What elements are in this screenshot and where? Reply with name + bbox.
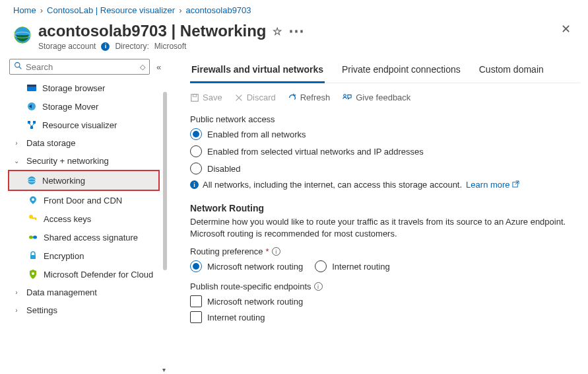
breadcrumb-home[interactable]: Home — [13, 5, 36, 15]
resource-type-label: Storage account — [38, 42, 96, 51]
save-button[interactable]: Save — [190, 93, 222, 102]
radio-icon — [190, 145, 202, 157]
more-menu-icon[interactable]: ⋯ — [288, 22, 305, 40]
sidebar: ◇ « Storage browser Storage Mover Resour… — [0, 59, 165, 373]
page-title: acontosolab9703 | Networking — [38, 22, 266, 40]
refresh-button[interactable]: Refresh — [288, 93, 331, 102]
svg-point-20 — [33, 236, 37, 239]
key-icon — [28, 213, 38, 224]
scroll-down-icon[interactable]: ▾ — [162, 366, 166, 373]
breadcrumb-resource[interactable]: acontosolab9703 — [186, 5, 251, 15]
radio-label: Microsoft network routing — [207, 262, 303, 272]
sidebar-item-label: Settings — [26, 305, 57, 315]
sidebar-item-defender[interactable]: Microsoft Defender for Cloud — [9, 265, 165, 283]
svg-point-19 — [29, 236, 33, 239]
svg-point-13 — [28, 176, 36, 184]
radio-label: Enabled from selected virtual networks a… — [207, 147, 424, 157]
svg-point-15 — [32, 198, 34, 201]
breadcrumb: Home › ContosoLab | Resource visualizer … — [0, 0, 588, 18]
checkbox-label: Internet routing — [207, 313, 265, 322]
info-tooltip-icon[interactable]: i — [272, 247, 280, 256]
info-icon[interactable]: i — [101, 42, 110, 51]
radio-icon — [315, 260, 327, 272]
sort-icon[interactable]: ◇ — [140, 63, 145, 71]
sidebar-item-resource-visualizer[interactable]: Resource visualizer — [9, 116, 165, 134]
sidebar-item-security-networking[interactable]: ⌄Security + networking — [9, 152, 165, 170]
radio-ms-routing[interactable]: Microsoft network routing — [190, 260, 303, 272]
storage-browser-icon — [26, 83, 37, 93]
resource-visualizer-icon — [26, 120, 37, 130]
discard-button[interactable]: Discard — [234, 93, 276, 102]
sidebar-item-storage-browser[interactable]: Storage browser — [9, 79, 165, 97]
breadcrumb-group[interactable]: ContosoLab | Resource visualizer — [47, 5, 175, 15]
sidebar-item-label: Access keys — [44, 214, 91, 224]
public-access-info: All networks, including the internet, ca… — [203, 180, 462, 190]
sidebar-item-label: Networking — [42, 176, 85, 186]
radio-label: Disabled — [207, 164, 241, 174]
sidebar-item-data-storage[interactable]: ›Data storage — [9, 134, 165, 152]
svg-line-4 — [19, 67, 21, 69]
sidebar-item-label: Storage Mover — [42, 102, 98, 112]
sidebar-item-label: Microsoft Defender for Cloud — [44, 270, 153, 280]
sidebar-scrollbar[interactable]: ▾ — [162, 79, 168, 373]
collapse-sidebar-icon[interactable]: « — [154, 61, 164, 73]
scrollbar-thumb[interactable] — [163, 92, 167, 270]
feedback-button[interactable]: Give feedback — [342, 93, 410, 102]
sidebar-item-networking[interactable]: Networking — [8, 170, 160, 191]
sidebar-item-label: Encryption — [44, 251, 84, 261]
sidebar-item-settings[interactable]: ›Settings — [9, 301, 165, 319]
svg-point-27 — [344, 94, 346, 96]
sidebar-item-sas[interactable]: Shared access signature — [9, 228, 165, 246]
directory-value: Microsoft — [154, 42, 187, 51]
search-input[interactable] — [26, 62, 137, 72]
svg-rect-21 — [30, 255, 36, 259]
toolbar-label: Save — [203, 93, 222, 102]
svg-point-22 — [32, 272, 34, 275]
sidebar-item-label: Security + networking — [26, 156, 109, 166]
link-label: Learn more — [466, 180, 509, 190]
sidebar-item-storage-mover[interactable]: Storage Mover — [9, 97, 165, 116]
checkbox-internet-routing[interactable]: Internet routing — [190, 311, 580, 323]
svg-rect-23 — [191, 94, 199, 101]
radio-label: Enabled from all networks — [207, 130, 306, 139]
networking-icon — [26, 175, 37, 186]
checkbox-ms-routing[interactable]: Microsoft network routing — [190, 295, 580, 307]
storage-account-icon — [13, 26, 32, 44]
radio-all-networks[interactable]: Enabled from all networks — [190, 128, 580, 140]
svg-line-11 — [29, 124, 32, 126]
checkbox-icon — [190, 311, 202, 323]
sidebar-item-label: Storage browser — [42, 83, 105, 93]
learn-more-link[interactable]: Learn more — [466, 180, 519, 190]
directory-label: Directory: — [115, 42, 148, 51]
front-door-icon — [28, 195, 38, 206]
sidebar-item-front-door[interactable]: Front Door and CDN — [9, 191, 165, 209]
svg-point-3 — [15, 63, 20, 67]
tab-firewalls[interactable]: Firewalls and virtual networks — [190, 59, 325, 83]
sidebar-item-label: Data storage — [26, 138, 75, 148]
radio-disabled[interactable]: Disabled — [190, 163, 580, 174]
routing-pref-label: Routing preference — [190, 246, 263, 256]
svg-rect-8 — [28, 121, 30, 124]
tab-custom-domain[interactable]: Custom domain — [478, 59, 545, 83]
tab-private-endpoints[interactable]: Private endpoint connections — [341, 59, 462, 83]
chevron-right-icon: › — [40, 5, 43, 15]
search-input-wrapper[interactable]: ◇ — [9, 59, 150, 75]
favorite-star-icon[interactable]: ☆ — [273, 25, 282, 38]
sidebar-item-label: Shared access signature — [44, 233, 138, 243]
info-icon: i — [190, 180, 199, 189]
routing-description: Determine how you would like to route yo… — [190, 216, 580, 240]
sidebar-item-data-management[interactable]: ›Data management — [9, 283, 165, 301]
chevron-right-icon: › — [12, 307, 21, 314]
radio-icon — [190, 163, 202, 174]
radio-selected-networks[interactable]: Enabled from selected virtual networks a… — [190, 145, 580, 157]
sidebar-item-access-keys[interactable]: Access keys — [9, 209, 165, 228]
sidebar-item-label: Data management — [26, 287, 97, 297]
sidebar-item-encryption[interactable]: Encryption — [9, 246, 165, 265]
svg-line-12 — [32, 124, 34, 126]
close-icon[interactable]: ✕ — [557, 22, 575, 36]
page-header: acontosolab9703 | Networking ☆ ⋯ Storage… — [0, 18, 588, 59]
info-tooltip-icon[interactable]: i — [314, 282, 323, 291]
svg-rect-18 — [35, 217, 36, 220]
radio-internet-routing[interactable]: Internet routing — [315, 260, 389, 272]
sidebar-item-label: Resource visualizer — [42, 120, 117, 130]
